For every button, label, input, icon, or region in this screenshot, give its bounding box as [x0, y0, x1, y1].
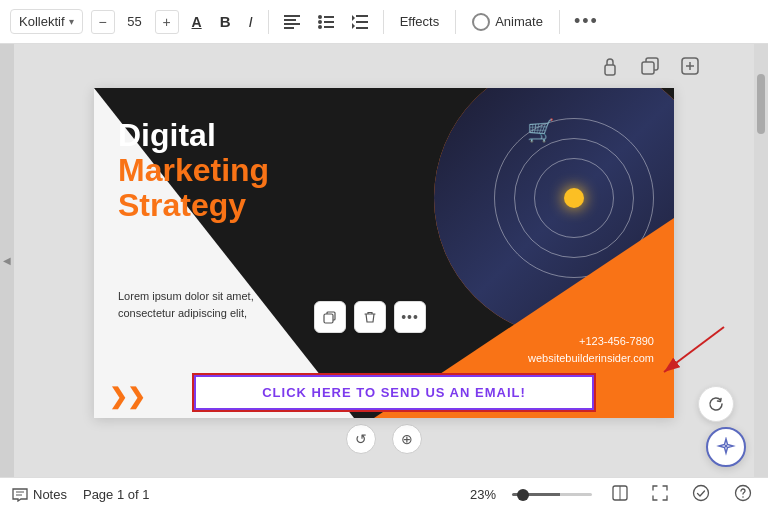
slide-website: websitebuilderinsider.com: [528, 350, 654, 368]
red-arrow: [654, 322, 734, 386]
fullscreen-icon: [652, 485, 668, 501]
zoom-slider-wrapper: [512, 493, 592, 496]
fullscreen-button[interactable]: [648, 483, 672, 507]
notes-label: Notes: [33, 487, 67, 502]
more-action-button[interactable]: •••: [394, 301, 426, 333]
cart-icon: 🛒: [527, 118, 554, 144]
magic-button[interactable]: [706, 427, 746, 467]
svg-point-8: [318, 25, 322, 29]
canvas-top-icons: [596, 52, 704, 80]
font-size-decrease[interactable]: −: [91, 10, 115, 34]
slide-refresh-nav-button[interactable]: ↺: [346, 424, 376, 454]
italic-button[interactable]: I: [244, 9, 258, 34]
slide-body-text: Lorem ipsum dolor sit amet, consectetur …: [118, 288, 278, 321]
slide-phone: +123-456-7890: [528, 333, 654, 351]
bold-button[interactable]: B: [215, 9, 236, 34]
svg-rect-10: [356, 15, 368, 17]
animate-button[interactable]: Animate: [466, 9, 549, 35]
font-selector[interactable]: Kollektif ▾: [10, 9, 83, 34]
copy-action-button[interactable]: [314, 301, 346, 333]
help-button[interactable]: [730, 482, 756, 508]
animate-label: Animate: [495, 14, 543, 29]
underline-icon: A: [192, 14, 202, 30]
line-spacing-icon: [352, 15, 368, 29]
divider3: [455, 10, 456, 34]
lock-icon[interactable]: [596, 52, 624, 80]
svg-rect-16: [642, 62, 654, 74]
grid-view-button[interactable]: [608, 483, 632, 507]
copy-icon: [323, 310, 337, 324]
zoom-level: 23%: [470, 487, 496, 502]
slide-add-nav-button[interactable]: ⊕: [392, 424, 422, 454]
chevron-2: ❯: [127, 384, 145, 410]
slide[interactable]: 🛒 Digital Marketing Strategy Lorem ipsum…: [94, 88, 674, 418]
line-spacing-button[interactable]: [347, 11, 373, 33]
svg-point-30: [742, 496, 744, 498]
svg-rect-5: [324, 16, 334, 18]
delete-action-button[interactable]: [354, 301, 386, 333]
sparkle-icon: [716, 437, 736, 457]
svg-point-28: [694, 485, 709, 500]
main-area: ◀: [0, 44, 768, 477]
more-action-icon: •••: [401, 309, 419, 325]
slide-title: Digital Marketing Strategy: [118, 118, 269, 224]
align-left-icon: [284, 15, 300, 29]
grid-icon: [612, 485, 628, 501]
svg-point-4: [318, 15, 322, 19]
check-button[interactable]: [688, 482, 714, 508]
font-size-increase[interactable]: +: [155, 10, 179, 34]
font-dropdown-icon: ▾: [69, 16, 74, 27]
cta-text: CLICK HERE TO SEND US AN EMAIL!: [262, 385, 526, 400]
svg-line-22: [664, 327, 724, 372]
svg-point-23: [725, 445, 728, 448]
bottom-bar: Notes Page 1 of 1 23%: [0, 477, 768, 511]
font-name: Kollektif: [19, 14, 65, 29]
canvas-area: 🛒 Digital Marketing Strategy Lorem ipsum…: [14, 44, 754, 477]
slide-wrapper: 🛒 Digital Marketing Strategy Lorem ipsum…: [94, 88, 674, 418]
svg-marker-13: [352, 15, 355, 21]
slide-bottom-nav: ↺ ⊕: [346, 424, 422, 454]
trash-icon: [363, 310, 377, 324]
slide-title-strategy: Strategy: [118, 188, 269, 223]
svg-rect-0: [284, 15, 300, 17]
svg-rect-3: [284, 27, 294, 29]
cta-box[interactable]: CLICK HERE TO SEND US AN EMAIL!: [194, 375, 594, 410]
left-arrow-icon: ◀: [3, 255, 11, 266]
check-icon: [692, 484, 710, 502]
chevron-1: ❯: [109, 384, 127, 410]
slide-title-digital: Digital: [118, 118, 269, 153]
slide-cta[interactable]: CLICK HERE TO SEND US AN EMAIL!: [194, 375, 594, 410]
scrollbar-thumb[interactable]: [757, 74, 765, 134]
slide-chevrons: ❯ ❯: [109, 384, 145, 410]
effects-button[interactable]: Effects: [394, 10, 446, 33]
svg-rect-7: [324, 21, 334, 23]
divider4: [559, 10, 560, 34]
list-icon: [318, 15, 334, 29]
left-panel-handle[interactable]: ◀: [0, 44, 14, 477]
svg-rect-9: [324, 26, 334, 28]
svg-marker-14: [352, 23, 355, 29]
animate-icon: [472, 13, 490, 31]
notes-icon: [12, 488, 28, 502]
align-left-button[interactable]: [279, 11, 305, 33]
slide-actions: •••: [314, 301, 426, 333]
add-icon[interactable]: [676, 52, 704, 80]
svg-rect-11: [356, 21, 368, 23]
underline-button[interactable]: A: [187, 10, 207, 34]
svg-rect-15: [605, 65, 615, 75]
svg-point-6: [318, 20, 322, 24]
list-button[interactable]: [313, 11, 339, 33]
more-button[interactable]: •••: [570, 7, 603, 36]
refresh-icon: [707, 395, 725, 413]
refresh-button[interactable]: [698, 386, 734, 422]
svg-rect-20: [324, 314, 333, 323]
toolbar: Kollektif ▾ − 55 + A B I: [0, 0, 768, 44]
slide-contact: +123-456-7890 websitebuilderinsider.com: [528, 333, 654, 368]
tech-center: [564, 188, 584, 208]
duplicate-icon[interactable]: [636, 52, 664, 80]
font-size-value: 55: [119, 14, 151, 29]
right-scrollbar[interactable]: [754, 44, 768, 477]
page-info: Page 1 of 1: [83, 487, 150, 502]
zoom-slider[interactable]: [512, 493, 592, 496]
notes-button[interactable]: Notes: [12, 487, 67, 502]
